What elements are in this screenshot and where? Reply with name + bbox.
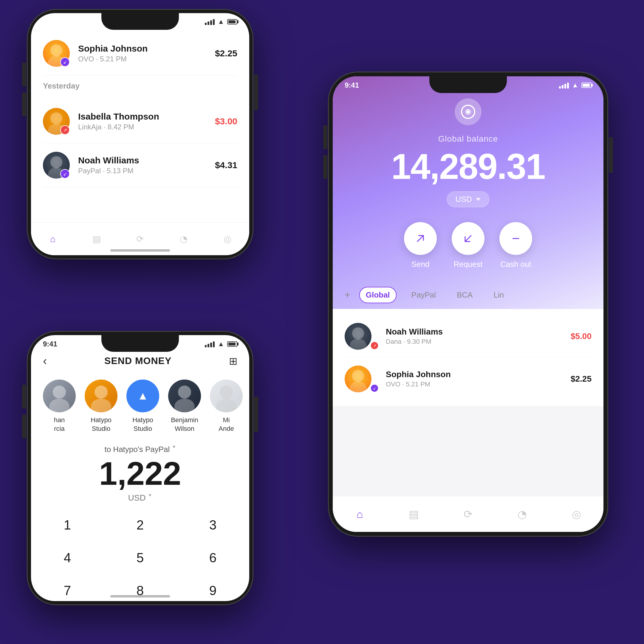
svg-point-15 <box>216 399 236 412</box>
numpad-key-4[interactable]: 4 <box>31 541 104 574</box>
contact-name: MiAnde <box>219 416 234 433</box>
request-action[interactable]: Request <box>452 222 484 269</box>
tx-sub: LinkAja · 8.42 PM <box>78 123 215 131</box>
contact-item-selected[interactable]: ▲ HatypoStudio <box>126 380 159 433</box>
tx-amount: $2.25 <box>571 374 592 384</box>
numpad-key-1[interactable]: 1 <box>31 509 104 541</box>
nav-wallet-icon[interactable]: ▤ <box>88 230 106 248</box>
numpad-key-6[interactable]: 6 <box>177 541 249 574</box>
cashout-action[interactable]: Cash out <box>499 222 532 269</box>
svg-point-22 <box>352 327 364 339</box>
contact-item[interactable]: BenjaminWilson <box>168 380 201 433</box>
signal-icon <box>205 341 215 347</box>
currency-selector[interactable]: USD <box>447 191 490 207</box>
brand-logo <box>455 98 482 125</box>
svg-point-18 <box>467 111 469 113</box>
svg-point-0 <box>50 44 62 56</box>
battery-icon <box>227 341 237 347</box>
tx-direction-badge: ↙ <box>60 169 70 179</box>
contact-item[interactable]: MiAnde <box>210 380 243 433</box>
send-button[interactable] <box>404 222 437 255</box>
svg-text:▲: ▲ <box>137 389 148 402</box>
tx-info: Isabella Thompson LinkAja · 8.42 PM <box>78 112 215 131</box>
wifi-icon: ▲ <box>218 18 224 26</box>
request-button[interactable] <box>452 222 484 255</box>
contact-avatar-selected: ▲ <box>126 380 159 412</box>
table-row[interactable]: ↙ Sophia Johnson OVO · 5.21 PM $2.25 <box>43 32 237 75</box>
avatar: ↗ <box>345 323 379 350</box>
tab-bca[interactable]: BCA <box>451 287 479 303</box>
contact-item[interactable]: HatypoStudio <box>85 380 117 433</box>
notch <box>101 13 179 30</box>
cashout-button[interactable] <box>499 222 532 255</box>
nav-profile-icon[interactable]: ◎ <box>219 230 236 248</box>
back-button[interactable]: ‹ <box>43 354 47 368</box>
tx-direction-badge: ↗ <box>370 341 379 350</box>
avatar: ↙ <box>43 152 70 179</box>
home-indicator <box>110 249 170 252</box>
tab-paypal[interactable]: PayPal <box>405 287 442 303</box>
contact-avatar <box>210 380 243 412</box>
svg-point-7 <box>49 399 69 412</box>
send-action[interactable]: Send <box>404 222 437 269</box>
phone-send-money: 9:41 ▲ ‹ SEND MONEY ⊞ <box>27 331 253 605</box>
nav-transfer-icon[interactable]: ⟳ <box>459 505 477 523</box>
status-time: 9:41 <box>345 81 359 89</box>
notch <box>429 76 507 93</box>
svg-point-14 <box>220 386 233 399</box>
svg-point-8 <box>95 386 108 399</box>
request-label: Request <box>454 260 483 269</box>
balance-section: Global balance 14,289.31 USD Send <box>333 89 603 275</box>
numpad-key-3[interactable]: 3 <box>177 509 249 541</box>
signal-icon <box>559 82 569 89</box>
tab-lin[interactable]: Lin <box>487 287 510 303</box>
tx-direction-badge: ↙ <box>60 57 70 67</box>
tx-info: Sophia Johnson OVO · 5.21 PM <box>78 44 215 63</box>
tx-name: Sophia Johnson <box>386 370 571 379</box>
add-wallet-button[interactable]: + <box>345 290 350 301</box>
nav-history-icon[interactable]: ◔ <box>513 505 531 523</box>
table-row[interactable]: ↙ Sophia Johnson OVO · 5.21 PM $2.25 <box>345 358 592 400</box>
nav-transfer-icon[interactable]: ⟳ <box>131 230 149 248</box>
signal-icon <box>205 18 215 25</box>
avatar-noah <box>345 323 371 350</box>
nav-history-icon[interactable]: ◔ <box>175 230 193 248</box>
wifi-icon: ▲ <box>218 340 224 348</box>
contact-item[interactable]: hanrcia <box>43 380 76 433</box>
tx-sub: PayPal · 5.13 PM <box>78 167 215 175</box>
send-money-header: ‹ SEND MONEY ⊞ <box>31 348 249 374</box>
numpad-key-7[interactable]: 7 <box>31 574 104 601</box>
qr-code-icon[interactable]: ⊞ <box>229 355 237 367</box>
wallet-tabs: + Global PayPal BCA Lin <box>333 287 603 303</box>
bottom-nav: ⌂ ▤ ⟳ ◔ ◎ <box>333 496 603 532</box>
table-row[interactable]: ↗ Noah Williams Dana · 9.30 PM $5.00 <box>345 315 592 358</box>
svg-point-25 <box>350 381 366 392</box>
send-to-label: to Hatypo's PayPal ˅ <box>31 445 249 454</box>
contact-name: HatypoStudio <box>91 416 112 433</box>
battery-icon <box>581 83 592 88</box>
nav-profile-icon[interactable]: ◎ <box>567 505 585 523</box>
cashout-label: Cash out <box>500 260 531 269</box>
tx-amount: $2.25 <box>215 48 237 58</box>
tx-name: Sophia Johnson <box>78 44 215 54</box>
numpad-key-5[interactable]: 5 <box>104 541 177 574</box>
nav-home-icon[interactable]: ⌂ <box>351 505 369 523</box>
contact-avatar <box>168 380 201 412</box>
avatar-sophia <box>345 366 371 392</box>
send-currency[interactable]: USD ˅ <box>31 493 249 503</box>
avatar: ↗ <box>43 108 70 135</box>
svg-point-4 <box>50 156 62 168</box>
numpad-key-9[interactable]: 9 <box>177 574 249 601</box>
svg-line-20 <box>465 236 471 241</box>
contacts-row: hanrcia HatypoStudio ▲ HatypoStudio <box>31 374 249 439</box>
dashboard-transactions: ↗ Noah Williams Dana · 9.30 PM $5.00 ↙ S… <box>333 309 603 406</box>
tab-global[interactable]: Global <box>359 287 397 303</box>
table-row[interactable]: ↗ Isabella Thompson LinkAja · 8.42 PM $3… <box>43 100 237 143</box>
numpad-key-2[interactable]: 2 <box>104 509 177 541</box>
nav-home-icon[interactable]: ⌂ <box>44 230 62 248</box>
tx-info: Sophia Johnson OVO · 5.21 PM <box>386 370 571 388</box>
table-row[interactable]: ↙ Noah Williams PayPal · 5.13 PM $4.31 <box>43 143 237 187</box>
tx-sub: OVO · 5.21 PM <box>386 380 571 388</box>
contact-avatar <box>85 380 117 412</box>
nav-wallet-icon[interactable]: ▤ <box>405 505 423 523</box>
